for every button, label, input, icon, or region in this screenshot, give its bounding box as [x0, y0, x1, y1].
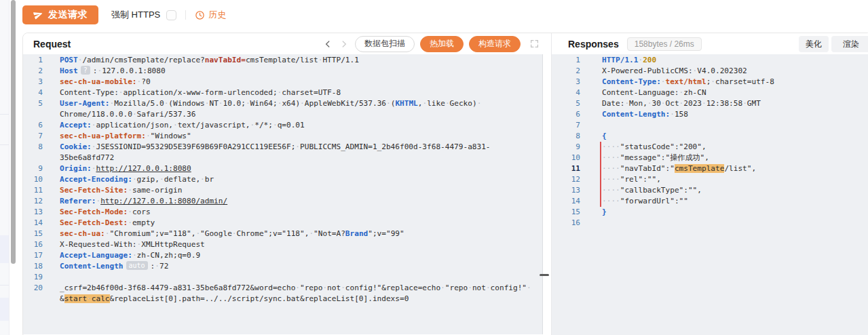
code-line[interactable]: 3sec-ch-ua-mobile: ?0 [23, 77, 542, 87]
rail-item [0, 235, 9, 263]
code-line[interactable]: 6Accept: application/json, text/javascri… [23, 120, 542, 131]
code-line[interactable]: 20_csrf=2b46f00d-3f68-4479-a831-35be6a8f… [23, 283, 542, 304]
code-token: Content-Language: zh-CN [602, 88, 706, 97]
code-token: 200 [643, 56, 656, 64]
packet-scan-button[interactable]: 数据包扫描 [355, 36, 415, 52]
beautify-button[interactable]: 美化 [799, 36, 829, 52]
line-number: 18 [23, 261, 60, 272]
inline-badge[interactable]: ? [81, 66, 90, 75]
code-token: cors [128, 208, 150, 216]
code-line[interactable]: 3Content-Type: text/html; charset=utf-8 [552, 77, 868, 87]
render-button[interactable]: 渲染 [831, 36, 868, 52]
page-scrollbar[interactable] [11, 0, 16, 264]
code-line[interactable]: 12Referer: http://127.0.0.1:8080/admin/ [23, 196, 542, 207]
code-line[interactable]: 2Host?: 127.0.0.1:8080 [23, 66, 542, 77]
code-token: "Chromium";v="118", "Google Chrome";v="1… [105, 229, 345, 238]
code-line[interactable]: 7sec-ch-ua-platform: "Windows" [23, 131, 542, 142]
code-line[interactable]: 19 [23, 272, 542, 283]
splitter-handle[interactable] [540, 274, 549, 276]
response-editor[interactable]: 1HTTP/1.1 2002X-Powered-PublicCMS: V4.0.… [552, 54, 868, 335]
code-line[interactable]: 15sec-ch-ua: "Chromium";v="118", "Google… [23, 229, 542, 239]
code-line[interactable]: 6Content-Length: 158 [552, 109, 868, 120]
code-line[interactable]: 11Sec-Fetch-Site: same-origin [23, 185, 542, 196]
code-token: } [602, 208, 607, 216]
line-number: 8 [23, 142, 60, 163]
code-line[interactable]: 4Content-Type: application/x-www-form-ur… [23, 87, 542, 98]
rail-divider [0, 114, 9, 115]
code-token: "callbackType":"", [602, 186, 702, 195]
code-token: navTabId= [205, 56, 246, 64]
code-line[interactable]: 8Cookie: JSESSIONID=95329D5E39F69B69F0A2… [23, 142, 542, 163]
code-token: Host [60, 66, 78, 75]
code-token: Accept-Language: [60, 251, 132, 260]
line-number: 12 [552, 174, 602, 185]
code-token: "rel":"", [602, 175, 661, 184]
code-line[interactable]: 13 "callbackType":"", [552, 185, 868, 196]
code-token: sec-ch-ua-platform: [60, 132, 146, 140]
code-line[interactable]: 16X-Requested-With: XMLHttpRequest [23, 239, 542, 250]
code-line[interactable]: 18Content-Lengthauto: 72 [23, 261, 542, 272]
url-link[interactable]: http://127.0.0.1:8080 [96, 164, 191, 173]
request-editor[interactable]: 1POST /admin/cmsTemplate/replace?navTabI… [23, 54, 543, 334]
code-line[interactable]: 10Accept-Encoding: gzip, deflate, br [23, 174, 542, 185]
code-token [92, 164, 96, 173]
line-number: 15 [552, 207, 602, 218]
responses-header: Responses 158bytes / 26ms 美化 渲染 [552, 33, 868, 54]
code-token: empty [128, 218, 155, 227]
code-line[interactable]: 16 [552, 218, 868, 229]
code-token: JSESSIONID=95329D5E39F69B69F0A291CC119EE… [60, 142, 491, 162]
code-line[interactable]: 15} [552, 207, 868, 218]
fullscreen-button[interactable] [530, 39, 539, 48]
code-token: /admin/cmsTemplate/replace? [78, 56, 205, 64]
code-token [638, 56, 643, 64]
force-https-checkbox[interactable] [166, 10, 176, 20]
code-token: ?0 [137, 77, 151, 86]
fullscreen-icon [530, 39, 539, 48]
code-line[interactable]: 5Date: Mon, 30 Oct 2023 12:38:58 GMT [552, 98, 868, 109]
force-https-label: 强制 HTTPS [111, 9, 160, 21]
code-line[interactable]: 9Origin: http://127.0.0.1:8080 [23, 163, 542, 174]
code-line[interactable]: 13Sec-Fetch-Mode: cors [23, 207, 542, 218]
inline-badge[interactable]: auto [126, 261, 148, 270]
request-header-actions: 数据包扫描 热加载 构造请求 [322, 36, 539, 52]
code-token: Referer: [60, 197, 96, 205]
code-token: "Windows" [146, 132, 191, 140]
code-line[interactable]: 4Content-Language: zh-CN [552, 87, 868, 98]
line-number: 11 [23, 185, 60, 196]
code-line[interactable]: 5User-Agent: Mozilla/5.0 (Windows NT 10.… [23, 98, 542, 120]
history-button[interactable]: 历史 [195, 9, 226, 21]
code-line[interactable]: 14Sec-Fetch-Dest: empty [23, 218, 542, 229]
hot-reload-button[interactable]: 热加载 [420, 36, 464, 52]
code-line[interactable]: 12 "rel":"", [552, 174, 868, 185]
code-line[interactable]: 1POST /admin/cmsTemplate/replace?navTabI… [23, 55, 542, 66]
line-number: 3 [23, 77, 60, 87]
nav-prev-button[interactable] [322, 39, 333, 49]
code-line[interactable]: 11 "navTabId":"cmsTemplate/list", [552, 163, 868, 174]
rail-item [0, 298, 9, 321]
line-number: 17 [23, 250, 60, 261]
code-line[interactable]: 7 [552, 120, 868, 131]
code-line[interactable]: 1HTTP/1.1 200 [552, 55, 868, 66]
code-token: 158 [670, 110, 688, 119]
build-request-button[interactable]: 构造请求 [469, 36, 521, 52]
left-rail [0, 0, 10, 335]
code-line[interactable]: 14 "forwardUrl":"" [552, 196, 868, 207]
line-number: 14 [552, 196, 602, 207]
code-line[interactable]: 8{ [552, 131, 868, 142]
toolbar: 发送请求 强制 HTTPS 历史 [22, 0, 226, 30]
code-token: Mozilla/5.0 (Windows NT 10.0; Win64; x64… [109, 99, 395, 108]
code-line[interactable]: 2X-Powered-PublicCMS: V4.0.202302 [552, 66, 868, 77]
code-token: Content-Length [60, 262, 124, 271]
code-token: X-Powered-PublicCMS: V4.0.202302 [602, 66, 747, 75]
line-number: 20 [23, 283, 60, 304]
send-request-button[interactable]: 发送请求 [22, 5, 98, 24]
line-number: 12 [23, 196, 60, 207]
request-header: Request 数据包扫描 热加载 构造请求 [23, 33, 543, 54]
url-link[interactable]: http://127.0.0.1:8080/admin/ [100, 197, 227, 205]
code-token: gzip, deflate, br [132, 175, 214, 184]
code-line[interactable]: 9 "statusCode":"200", [552, 142, 868, 153]
toolbar-divider [185, 10, 186, 20]
nav-next-button[interactable] [339, 39, 350, 49]
code-line[interactable]: 17Accept-Language: zh-CN,zh;q=0.9 [23, 250, 542, 261]
code-line[interactable]: 10 "message":"操作成功", [552, 153, 868, 163]
